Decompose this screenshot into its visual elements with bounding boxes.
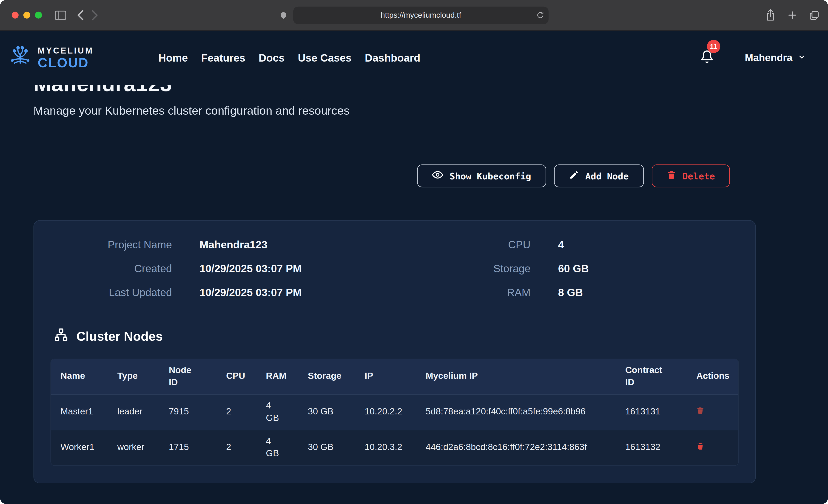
col-header-ip: IP (355, 365, 416, 388)
browser-chrome: https://myceliumcloud.tf (0, 0, 828, 31)
pencil-icon (569, 170, 579, 182)
show-kubeconfig-label: Show Kubeconfig (450, 171, 531, 181)
delete-node-button[interactable] (696, 406, 704, 415)
col-header-cpu: CPU (216, 365, 256, 388)
last-updated-value: 10/29/2025 03:07 PM (200, 287, 395, 298)
nav-item-dashboard[interactable]: Dashboard (365, 52, 420, 64)
browser-window: https://myceliumcloud.tf (0, 0, 828, 504)
chevron-down-icon (798, 52, 806, 64)
cell-contract-id: 1613132 (616, 436, 687, 459)
trash-icon (666, 170, 676, 182)
delete-label: Delete (682, 171, 715, 181)
reload-icon[interactable] (536, 11, 544, 19)
cluster-summary: Project Name Mahendra123 Created 10/29/2… (34, 239, 755, 298)
notifications-button[interactable]: 11 (700, 49, 714, 67)
show-kubeconfig-button[interactable]: Show Kubeconfig (417, 165, 546, 187)
project-name-value: Mahendra123 (200, 239, 395, 250)
brand-line1: MYCELIUM (38, 46, 93, 55)
share-icon[interactable] (765, 9, 775, 21)
zoom-window-button[interactable] (35, 12, 42, 18)
nav-item-features[interactable]: Features (201, 52, 245, 64)
cell-actions (687, 436, 738, 459)
navbar-right: 11 Mahendra (700, 49, 806, 67)
cell-type: leader (108, 401, 159, 424)
nav-item-use-cases[interactable]: Use Cases (298, 52, 351, 64)
nav-item-docs[interactable]: Docs (258, 52, 285, 64)
add-node-label: Add Node (585, 171, 629, 181)
top-navbar: MYCELIUM CLOUD Home Features Docs Use Ca… (0, 31, 828, 85)
brand-name: MYCELIUM CLOUD (38, 46, 93, 69)
col-header-type: Type (108, 365, 159, 388)
scale-stage: https://myceliumcloud.tf (0, 0, 828, 504)
col-header-actions: Actions (687, 365, 738, 388)
cell-mycelium-ip: 446:d2a6:8bcd:8c16:ff0f:72e2:3114:863f (416, 436, 616, 459)
cell-type: worker (108, 436, 159, 459)
delete-node-button[interactable] (696, 441, 704, 450)
cell-name: Master1 (51, 401, 108, 424)
close-window-button[interactable] (12, 12, 18, 18)
col-header-mycelium-ip: Mycelium IP (416, 365, 616, 388)
forward-icon[interactable] (91, 10, 98, 21)
cell-contract-id: 1613131 (616, 401, 687, 424)
cell-ram: 4 GB (256, 430, 298, 465)
window-controls (12, 12, 42, 18)
delete-cluster-button[interactable]: Delete (652, 165, 730, 187)
minimize-window-button[interactable] (24, 12, 30, 18)
summary-right-column: CPU 4 Storage 60 GB RAM 8 GB (395, 239, 755, 298)
ram-value: 8 GB (558, 287, 755, 298)
cell-actions (687, 401, 738, 424)
cell-cpu: 2 (216, 401, 256, 424)
col-header-node-id: Node ID (159, 359, 216, 394)
user-name: Mahendra (745, 52, 792, 64)
cell-storage: 30 GB (298, 401, 355, 424)
cpu-value: 4 (558, 239, 755, 250)
cluster-nodes-table: Name Type Node ID CPU RAM Storage IP Myc… (50, 359, 739, 466)
user-menu[interactable]: Mahendra (745, 52, 806, 64)
main-nav: Home Features Docs Use Cases Dashboard (158, 52, 420, 64)
cell-storage: 30 GB (298, 436, 355, 459)
page-title: Mahendra123 (34, 85, 828, 95)
cluster-details-card: Project Name Mahendra123 Created 10/29/2… (34, 220, 756, 483)
privacy-shield-icon[interactable] (280, 10, 288, 19)
back-icon[interactable] (77, 10, 84, 21)
cell-ip: 10.20.2.2 (355, 401, 416, 424)
add-node-button[interactable]: Add Node (554, 165, 644, 187)
cpu-label: CPU (395, 239, 530, 250)
brand-line2: CLOUD (38, 56, 93, 69)
cluster-nodes-heading: Cluster Nodes (53, 328, 755, 345)
page-content: Mahendra123 Manage your Kubernetes clust… (0, 85, 828, 504)
cell-ip: 10.20.3.2 (355, 436, 416, 459)
storage-label: Storage (395, 262, 530, 274)
nav-item-home[interactable]: Home (158, 52, 188, 64)
table-row: Worker1 worker 1715 2 4 GB 30 GB 10.20.3… (51, 429, 738, 465)
address-bar-group: https://myceliumcloud.tf (280, 6, 548, 24)
page-subtitle: Manage your Kubernetes cluster configura… (34, 104, 828, 118)
notification-count-badge: 11 (707, 40, 720, 53)
mycelium-logo-icon (7, 44, 33, 72)
new-tab-icon[interactable] (787, 10, 797, 20)
brand-logo[interactable]: MYCELIUM CLOUD (7, 44, 93, 72)
cell-node-id: 1715 (159, 436, 216, 459)
ram-label: RAM (395, 287, 530, 298)
bell-icon (700, 57, 714, 66)
address-bar[interactable]: https://myceliumcloud.tf (293, 6, 548, 24)
table-header-row: Name Type Node ID CPU RAM Storage IP Myc… (51, 359, 738, 394)
cluster-nodes-title: Cluster Nodes (77, 329, 163, 344)
col-header-contract-id: Contract ID (616, 359, 687, 394)
cell-name: Worker1 (51, 436, 108, 459)
summary-left-column: Project Name Mahendra123 Created 10/29/2… (34, 239, 395, 298)
created-label: Created (34, 262, 172, 274)
sitemap-icon (53, 328, 69, 345)
col-header-ram: RAM (256, 365, 298, 388)
storage-value: 60 GB (558, 262, 755, 274)
cell-cpu: 2 (216, 436, 256, 459)
created-value: 10/29/2025 03:07 PM (200, 262, 395, 274)
cell-node-id: 7915 (159, 401, 216, 424)
cell-ram: 4 GB (256, 395, 298, 429)
project-name-label: Project Name (34, 239, 172, 250)
eye-icon (432, 169, 443, 183)
chrome-right-controls (765, 9, 820, 21)
cell-mycelium-ip: 5d8:78ea:a120:f40c:ff0f:a5fe:99e6:8b96 (416, 401, 616, 424)
sidebar-toggle-icon[interactable] (55, 10, 67, 20)
tab-overview-icon[interactable] (809, 10, 820, 20)
